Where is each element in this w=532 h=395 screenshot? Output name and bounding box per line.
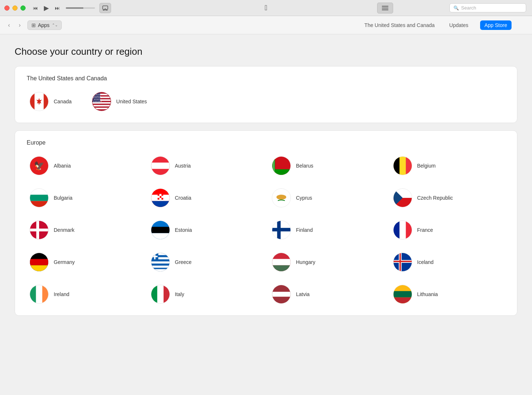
airplay-icon (102, 5, 108, 11)
country-item-lithuania[interactable]: Lithuania (390, 282, 506, 307)
flag-denmark (30, 220, 49, 239)
flag-germany (30, 253, 49, 272)
menu-button[interactable] (377, 3, 393, 14)
country-item-ireland[interactable]: Ireland (27, 282, 142, 307)
svg-rect-86 (42, 285, 48, 303)
svg-rect-11 (92, 102, 111, 104)
country-item-albania[interactable]: 🦅 Albania (27, 153, 142, 178)
airplay-button[interactable] (99, 3, 111, 13)
svg-rect-89 (163, 285, 169, 303)
svg-rect-45 (160, 198, 162, 200)
svg-text:★★★★★★: ★★★★★★ (93, 97, 102, 99)
flag-austria (151, 156, 170, 175)
minimize-button[interactable] (12, 5, 18, 11)
svg-rect-33 (30, 201, 48, 207)
country-item-croatia[interactable]: Croatia (148, 185, 263, 210)
apps-icon: ⊞ (31, 22, 36, 28)
close-button[interactable] (4, 5, 10, 11)
country-item-belgium[interactable]: Belgium (390, 153, 506, 178)
svg-rect-41 (157, 196, 159, 198)
rewind-button[interactable]: ⏮ (31, 4, 39, 12)
page-title: Choose your country or region (15, 46, 517, 57)
svg-rect-42 (160, 196, 162, 198)
volume-slider[interactable] (66, 7, 95, 9)
country-name-france: France (417, 227, 433, 233)
svg-rect-44 (157, 198, 159, 200)
traffic-lights (4, 5, 26, 11)
country-item-us[interactable]: ★★★★★★ ★★★★★ ★★★★★★ ★★★★★ ★★★★★★ United … (89, 89, 150, 114)
country-item-finland[interactable]: Finland (269, 218, 384, 242)
country-name-latvia: Latvia (296, 291, 309, 297)
tab-updates[interactable]: Updates (446, 21, 471, 30)
flag-hungary (272, 253, 291, 272)
us-canada-title: The United States and Canada (27, 75, 505, 82)
flag-czech (393, 188, 412, 207)
svg-text:★★★★★: ★★★★★ (94, 99, 101, 100)
svg-rect-13 (92, 108, 111, 109)
country-name-belgium: Belgium (417, 163, 436, 169)
flag-cyprus (272, 188, 291, 207)
country-item-bulgaria[interactable]: Bulgaria (27, 185, 142, 210)
search-icon: 🔍 (453, 5, 459, 11)
country-name-hungary: Hungary (296, 259, 315, 265)
country-item-italy[interactable]: Italy (148, 282, 263, 307)
country-item-hungary[interactable]: Hungary (269, 250, 384, 275)
flag-albania: 🦅 (30, 156, 49, 175)
tab-library[interactable]: The United States and Canada (361, 21, 437, 30)
fast-forward-button[interactable]: ⏭ (53, 4, 61, 12)
country-item-france[interactable]: France (390, 218, 506, 242)
europe-title: Europe (27, 139, 505, 146)
country-item-greece[interactable]: Greece (148, 250, 263, 275)
svg-text:★★★★★★: ★★★★★★ (93, 101, 102, 102)
flag-latvia (272, 285, 291, 304)
svg-rect-75 (152, 256, 157, 257)
svg-rect-30 (406, 157, 411, 175)
svg-rect-56 (151, 227, 170, 233)
country-item-estonia[interactable]: Estonia (148, 218, 263, 242)
svg-rect-94 (394, 298, 412, 303)
media-controls: ⏮ ▶ ⏭ (31, 3, 111, 13)
svg-rect-43 (161, 196, 163, 198)
chevron-down-icon: ⌃⌄ (52, 23, 58, 27)
maximize-button[interactable] (20, 5, 26, 11)
toolbar: ‹ › ⊞ Apps ⌃⌄ The United States and Cana… (0, 16, 532, 34)
svg-rect-78 (272, 265, 290, 271)
country-item-denmark[interactable]: Denmark (27, 218, 142, 242)
country-item-belarus[interactable]: Belarus (269, 153, 384, 178)
country-name-austria: Austria (175, 163, 191, 169)
flag-croatia (151, 188, 170, 207)
tab-appstore[interactable]: App Store (480, 20, 512, 30)
play-button[interactable]: ▶ (42, 3, 50, 13)
europe-section: Europe 🦅 Albania (15, 130, 517, 316)
country-item-cyprus[interactable]: Cyprus (269, 185, 384, 210)
svg-rect-83 (394, 261, 412, 262)
country-item-iceland[interactable]: Iceland (390, 250, 506, 275)
flag-italy (151, 285, 170, 304)
country-item-austria[interactable]: Austria (148, 153, 263, 178)
search-placeholder: Search (461, 5, 476, 11)
forward-button[interactable]: › (16, 20, 23, 30)
flag-iceland (393, 253, 412, 272)
country-item-latvia[interactable]: Latvia (269, 282, 384, 307)
svg-rect-27 (273, 157, 275, 175)
flag-bulgaria (30, 188, 49, 207)
svg-rect-54 (30, 229, 48, 231)
svg-rect-6 (39, 103, 40, 104)
country-item-germany[interactable]: Germany (27, 250, 142, 275)
apps-selector[interactable]: ⊞ Apps ⌃⌄ (27, 20, 62, 30)
back-button[interactable]: ‹ (6, 20, 12, 30)
country-name-ireland: Ireland (54, 291, 69, 297)
nav-tabs: The United States and Canada Updates App… (361, 20, 512, 30)
country-name-iceland: Iceland (417, 259, 434, 265)
country-name-finland: Finland (296, 227, 313, 233)
svg-rect-72 (151, 269, 170, 271)
apple-logo:  (265, 4, 267, 12)
country-name-denmark: Denmark (54, 227, 75, 233)
flag-ireland (30, 285, 49, 304)
country-item-canada[interactable]: Canada (27, 89, 75, 114)
menu-lines-icon (382, 6, 388, 10)
country-item-czech[interactable]: Czech Republic (390, 185, 506, 210)
country-name-greece: Greece (175, 259, 192, 265)
search-bar[interactable]: 🔍 Search (449, 3, 526, 12)
us-canada-grid: Canada ★★★★★★ (27, 89, 505, 114)
